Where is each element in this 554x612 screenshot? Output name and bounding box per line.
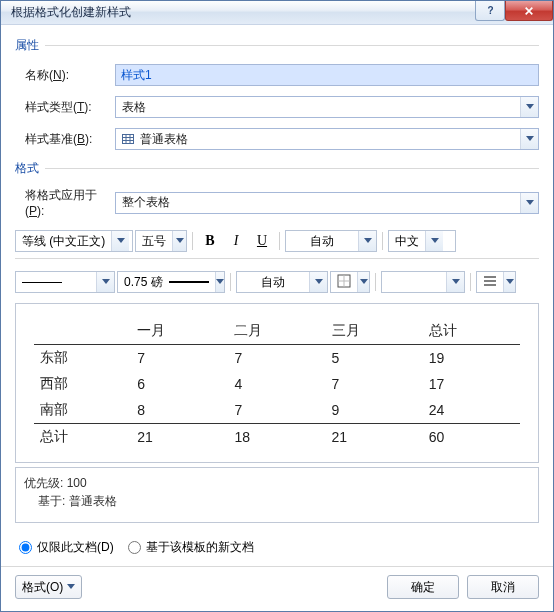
svg-text:?: ?: [488, 6, 494, 16]
chevron-down-icon[interactable]: [358, 231, 376, 251]
font-combo[interactable]: 等线 (中文正文): [15, 230, 133, 252]
group-format: 格式: [15, 160, 539, 177]
line-style-combo[interactable]: [15, 271, 115, 293]
dialog-window: 根据格式化创建新样式 ? 属性 名称(N): 样式类型(T): 表格 样式基准(…: [0, 0, 554, 612]
size-combo[interactable]: 五号: [135, 230, 187, 252]
chevron-down-icon[interactable]: [446, 272, 464, 292]
border-toolbar: 0.75 磅 自动: [15, 271, 539, 293]
style-info: 优先级: 100 基于: 普通表格: [15, 467, 539, 523]
preview-panel: 一月二月三月总计 东部77519西部64717南部87924总计21182160: [15, 303, 539, 463]
close-button[interactable]: [505, 1, 553, 21]
window-title: 根据格式化创建新样式: [1, 4, 131, 21]
label-type: 样式类型(T):: [15, 99, 115, 116]
radio-only-doc[interactable]: 仅限此文档(D): [19, 539, 114, 556]
row-type: 样式类型(T): 表格: [15, 96, 539, 118]
border-color-combo[interactable]: 自动: [236, 271, 328, 293]
format-menu-button[interactable]: 格式(O): [15, 575, 82, 599]
group-label-props: 属性: [15, 37, 39, 54]
apply-dropdown[interactable]: 整个表格: [115, 192, 539, 214]
table-icon: [122, 133, 134, 145]
table-header: [34, 318, 131, 345]
label-apply: 将格式应用于(P):: [15, 187, 115, 218]
row-base: 样式基准(B): 普通表格: [15, 128, 539, 150]
chevron-down-icon[interactable]: [520, 129, 538, 149]
chevron-down-icon[interactable]: [111, 231, 129, 251]
borders-button[interactable]: [330, 271, 370, 293]
radio-template-docs[interactable]: 基于该模板的新文档: [128, 539, 254, 556]
row-name: 名称(N):: [15, 64, 539, 86]
line-sample-icon: [22, 282, 62, 283]
type-dropdown[interactable]: 表格: [115, 96, 539, 118]
table-row: 东部77519: [34, 345, 520, 372]
table-header: 三月: [326, 318, 423, 345]
dialog-content: 属性 名称(N): 样式类型(T): 表格 样式基准(B): 普通表格: [1, 25, 553, 566]
row-apply: 将格式应用于(P): 整个表格: [15, 187, 539, 218]
base-dropdown[interactable]: 普通表格: [115, 128, 539, 150]
help-button[interactable]: ?: [475, 1, 505, 21]
text-format-toolbar: 等线 (中文正文) 五号 B I U 自动 中文: [15, 230, 539, 252]
chevron-down-icon[interactable]: [425, 231, 443, 251]
line-weight-combo[interactable]: 0.75 磅: [117, 271, 225, 293]
lang-combo[interactable]: 中文: [388, 230, 456, 252]
group-label-format: 格式: [15, 160, 39, 177]
chevron-down-icon[interactable]: [172, 231, 186, 251]
chevron-down-icon[interactable]: [503, 272, 515, 292]
svg-rect-1: [123, 135, 134, 144]
table-header: 二月: [228, 318, 325, 345]
underline-button[interactable]: U: [250, 230, 274, 252]
name-input[interactable]: [115, 64, 539, 86]
chevron-down-icon[interactable]: [357, 272, 369, 292]
weight-sample-icon: [169, 281, 209, 283]
table-row: 南部87924: [34, 397, 520, 424]
preview-table: 一月二月三月总计 东部77519西部64717南部87924总计21182160: [34, 318, 520, 450]
cancel-button[interactable]: 取消: [467, 575, 539, 599]
titlebar: 根据格式化创建新样式 ?: [1, 1, 553, 25]
chevron-down-icon: [67, 584, 75, 590]
chevron-down-icon[interactable]: [520, 193, 538, 213]
table-header: 一月: [131, 318, 228, 345]
label-name: 名称(N):: [15, 67, 115, 84]
ok-button[interactable]: 确定: [387, 575, 459, 599]
chevron-down-icon[interactable]: [96, 272, 114, 292]
label-base: 样式基准(B):: [15, 131, 115, 148]
table-header: 总计: [423, 318, 520, 345]
align-icon: [477, 274, 503, 291]
italic-button[interactable]: I: [224, 230, 248, 252]
align-button[interactable]: [476, 271, 516, 293]
dialog-footer: 格式(O) 确定 取消: [1, 575, 553, 611]
bold-button[interactable]: B: [198, 230, 222, 252]
chevron-down-icon[interactable]: [215, 272, 224, 292]
chevron-down-icon[interactable]: [309, 272, 327, 292]
chevron-down-icon[interactable]: [520, 97, 538, 117]
scope-radios: 仅限此文档(D) 基于该模板的新文档: [19, 539, 539, 556]
table-row: 西部64717: [34, 371, 520, 397]
table-row: 总计21182160: [34, 424, 520, 451]
font-color-combo[interactable]: 自动: [285, 230, 377, 252]
window-buttons: ?: [475, 1, 553, 21]
fill-color-combo[interactable]: [381, 271, 465, 293]
group-properties: 属性: [15, 37, 539, 54]
borders-icon: [331, 274, 357, 291]
